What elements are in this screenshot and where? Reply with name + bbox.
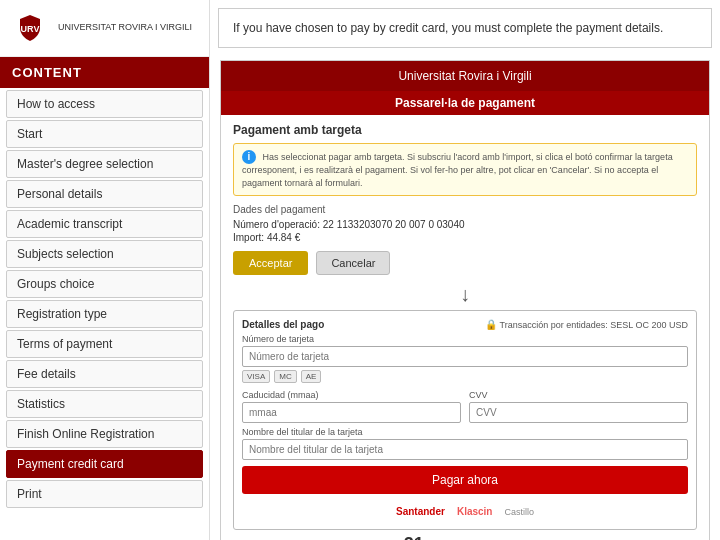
tarjeta-label: Número de tarjeta — [242, 334, 688, 344]
browser-subheader: Passarel·la de pagament — [221, 91, 709, 115]
ae-icon: AE — [301, 370, 322, 383]
payment-section: Pagament amb targeta i Has seleccionat p… — [221, 115, 709, 540]
secure-badge: 🔒 Transacción por entidades: SESL OC 200… — [485, 319, 688, 330]
main-content: If you have chosen to pay by credit card… — [210, 0, 720, 540]
dades-pagament: Dades del pagament Número d'operació: 22… — [233, 204, 697, 243]
caducidad-col: Caducidad (mmaa) — [242, 386, 461, 423]
university-logo: URV — [10, 8, 50, 48]
detalles-title: Detalles del pago — [242, 319, 324, 330]
footer-row: 21 Servei de Gestió Acadèmica. Guide to … — [233, 534, 697, 540]
nombre-label: Nombre del titular de la tarjeta — [242, 427, 688, 437]
sidebar-item-payment-credit-card[interactable]: Payment credit card — [6, 450, 203, 478]
mc-icon: MC — [274, 370, 296, 383]
sidebar-item-academic-transcript[interactable]: Academic transcript — [6, 210, 203, 238]
sidebar-item-registration-type[interactable]: Registration type — [6, 300, 203, 328]
info-bar: If you have chosen to pay by credit card… — [218, 8, 712, 48]
santander-logo: Santander — [396, 506, 445, 517]
cvv-input[interactable] — [469, 402, 688, 423]
cancelar-button[interactable]: Cancelar — [316, 251, 390, 275]
cvv-label: CVV — [469, 390, 688, 400]
pagar-button[interactable]: Pagar ahora — [242, 466, 688, 494]
payment-title: Pagament amb targeta — [233, 123, 697, 137]
sidebar-logo: URV UNIVERSITAT ROVIRA I VIRGILI — [0, 0, 209, 57]
info-box: i Has seleccionat pagar amb targeta. Si … — [233, 143, 697, 196]
browser-frame: Universitat Rovira i Virgili Passarel·la… — [220, 60, 710, 540]
sidebar-item-start[interactable]: Start — [6, 120, 203, 148]
caducidad-input[interactable] — [242, 402, 461, 423]
tarjeta-input[interactable] — [242, 346, 688, 367]
castillo-logo: Castillo — [504, 507, 534, 517]
nombre-input[interactable] — [242, 439, 688, 460]
sidebar-item-subjects-selection[interactable]: Subjects selection — [6, 240, 203, 268]
accept-cancel-row: Acceptar Cancelar — [233, 251, 697, 275]
arrow-indicator: ↓ — [233, 283, 697, 306]
card-icons: VISA MC AE — [242, 370, 688, 383]
caducidad-label: Caducidad (mmaa) — [242, 390, 461, 400]
acceptar-button[interactable]: Acceptar — [233, 251, 308, 275]
svg-text:URV: URV — [21, 24, 40, 34]
sidebar-header: CONTENT — [0, 57, 209, 88]
sidebar-item-groups-choice[interactable]: Groups choice — [6, 270, 203, 298]
import-row: Import: 44.84 € — [233, 232, 697, 243]
sidebar-item-finish-online[interactable]: Finish Online Registration — [6, 420, 203, 448]
sidebar-item-masters-degree[interactable]: Master's degree selection — [6, 150, 203, 178]
klascin-logo: Klascin — [457, 506, 493, 517]
sidebar-item-terms-of-payment[interactable]: Terms of payment — [6, 330, 203, 358]
info-icon: i — [242, 150, 256, 164]
page-number: 21 — [404, 534, 424, 540]
sidebar-item-print[interactable]: Print — [6, 480, 203, 508]
dades-label: Dades del pagament — [233, 204, 697, 215]
detalles-pago: Detalles del pago 🔒 Transacción por enti… — [233, 310, 697, 530]
content-area: Universitat Rovira i Virgili Passarel·la… — [210, 56, 720, 540]
bank-logos: Santander Klascin Castillo — [242, 502, 688, 521]
sidebar: URV UNIVERSITAT ROVIRA I VIRGILI CONTENT… — [0, 0, 210, 540]
cvv-col: CVV — [469, 386, 688, 423]
sidebar-item-statistics[interactable]: Statistics — [6, 390, 203, 418]
cvv-row: Caducidad (mmaa) CVV — [242, 386, 688, 423]
browser-header: Universitat Rovira i Virgili — [221, 61, 709, 91]
university-name: UNIVERSITAT ROVIRA I VIRGILI — [58, 22, 192, 34]
lock-icon: 🔒 — [485, 319, 497, 330]
sidebar-item-how-to-access[interactable]: How to access — [6, 90, 203, 118]
numero-row: Número d'operació: 22 1133203070 20 007 … — [233, 219, 697, 230]
sidebar-item-fee-details[interactable]: Fee details — [6, 360, 203, 388]
visa-icon: VISA — [242, 370, 270, 383]
sidebar-item-personal-details[interactable]: Personal details — [6, 180, 203, 208]
